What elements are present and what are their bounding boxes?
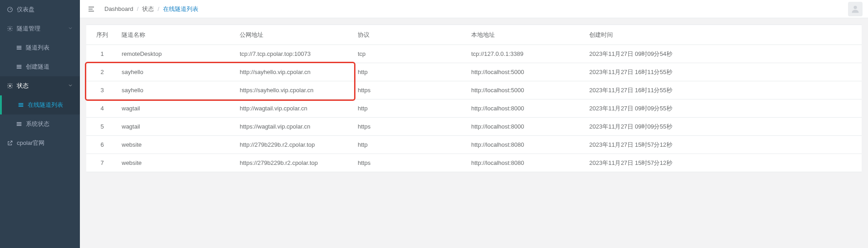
svg-rect-6 [17,66,22,67]
breadcrumb-sep: / [137,5,139,12]
svg-point-1 [9,28,11,30]
dashboard-icon [7,6,13,13]
svg-rect-13 [17,124,22,124]
topbar: Dashboard / 状态 / 在线隧道列表 [80,0,868,18]
th-pub: 公网地址 [236,25,354,45]
breadcrumb: Dashboard / 状态 / 在线隧道列表 [104,5,198,13]
cell-name: remoteDesktop [118,45,236,63]
cell-pub: https://sayhello.vip.cpolar.cn [236,81,354,99]
cell-seq: 6 [86,136,118,154]
th-local: 本地地址 [468,25,586,45]
table-row[interactable]: 4wagtailhttp://wagtail.vip.cpolar.cnhttp… [86,99,862,118]
avatar[interactable] [848,2,863,16]
chevron-down-icon [68,83,73,89]
table-row[interactable]: 6websitehttp://279b229b.r2.cpolar.tophtt… [86,136,862,154]
cell-local: tcp://127.0.0.1:3389 [468,45,586,63]
tunnel-table: 序列 隧道名称 公网地址 协议 本地地址 创建时间 1remoteDesktop… [86,25,862,172]
menu-toggle-icon[interactable] [87,5,95,13]
cell-seq: 7 [86,154,118,172]
cell-seq: 4 [86,99,118,118]
cell-local: http://localhost:8080 [468,154,586,172]
table-row[interactable]: 3sayhellohttps://sayhello.vip.cpolar.cnh… [86,81,862,99]
sidebar-item-label: 创建隧道 [26,63,73,71]
cell-local: http://localhost:5000 [468,63,586,81]
cell-seq: 5 [86,118,118,136]
cell-pub: http://279b229b.r2.cpolar.top [236,136,354,154]
cell-pub: https://279b229b.r2.cpolar.top [236,154,354,172]
svg-rect-12 [17,122,22,123]
svg-rect-4 [17,49,22,50]
svg-rect-11 [19,106,24,107]
th-time: 创建时间 [586,25,862,45]
cell-name: sayhello [118,63,236,81]
cell-name: website [118,136,236,154]
svg-point-18 [853,6,857,9]
sidebar-item[interactable]: cpolar官网 [0,134,80,153]
cell-proto: https [354,154,468,172]
grid-icon [16,45,22,51]
sidebar-item-label: 仪表盘 [17,5,73,14]
grid-icon [16,64,22,70]
cell-proto: tcp [354,45,468,63]
sidebar-item[interactable]: 隧道管理 [0,19,80,38]
sidebar-item[interactable]: 系统状态 [0,114,80,134]
cell-pub: tcp://7.tcp.cpolar.top:10073 [236,45,354,63]
sidebar-item-label: 状态 [17,82,68,90]
cell-local: http://localhost:8080 [468,136,586,154]
cell-name: sayhello [118,81,236,99]
breadcrumb-item[interactable]: Dashboard [104,5,133,12]
cell-time: 2023年11月27日 09时09分55秒 [586,118,862,136]
sidebar-item[interactable]: 仪表盘 [0,0,80,19]
cell-time: 2023年11月27日 15时57分12秒 [586,136,862,154]
sidebar-item-label: 隧道管理 [17,25,68,33]
table-row[interactable]: 7websitehttps://279b229b.r2.cpolar.topht… [86,154,862,172]
cell-local: http://localhost:5000 [468,81,586,99]
cell-pub: http://sayhello.vip.cpolar.cn [236,63,354,81]
cell-seq: 1 [86,45,118,63]
table-header-row: 序列 隧道名称 公网地址 协议 本地地址 创建时间 [86,25,862,45]
svg-rect-5 [17,65,22,66]
table-row[interactable]: 5wagtailhttps://wagtail.vip.cpolar.cnhtt… [86,118,862,136]
svg-rect-14 [17,125,22,126]
th-seq: 序列 [86,25,118,45]
breadcrumb-current: 在线隧道列表 [163,5,198,13]
cell-proto: http [354,63,468,81]
cell-local: http://localhost:8000 [468,118,586,136]
sidebar-item[interactable]: 隧道列表 [0,38,80,57]
content: 序列 隧道名称 公网地址 协议 本地地址 创建时间 1remoteDesktop… [80,18,868,248]
sidebar-item-label: 系统状态 [26,120,73,128]
sidebar-item-active[interactable]: 在线隧道列表 [0,95,80,114]
svg-rect-7 [17,68,22,69]
cell-pub: http://wagtail.vip.cpolar.cn [236,99,354,118]
cell-seq: 3 [86,81,118,99]
table-row[interactable]: 2sayhellohttp://sayhello.vip.cpolar.cnht… [86,63,862,81]
cell-name: wagtail [118,99,236,118]
th-name: 隧道名称 [118,25,236,45]
sidebar: 仪表盘隧道管理隧道列表创建隧道状态在线隧道列表系统状态cpolar官网 [0,0,80,248]
tunnel-table-panel: 序列 隧道名称 公网地址 协议 本地地址 创建时间 1remoteDesktop… [86,25,862,172]
gear-icon [7,25,13,32]
cell-seq: 2 [86,63,118,81]
sidebar-item-label: 隧道列表 [26,44,73,52]
cell-time: 2023年11月27日 09时09分55秒 [586,99,862,118]
cell-time: 2023年11月27日 16时11分55秒 [586,81,862,99]
cell-time: 2023年11月27日 15时57分12秒 [586,154,862,172]
svg-rect-9 [19,103,24,104]
table-row[interactable]: 1remoteDesktoptcp://7.tcp.cpolar.top:100… [86,45,862,63]
sidebar-item[interactable]: 状态 [0,76,80,95]
th-proto: 协议 [354,25,468,45]
sidebar-item[interactable]: 创建隧道 [0,57,80,76]
breadcrumb-item[interactable]: 状态 [142,5,154,13]
cell-proto: http [354,99,468,118]
breadcrumb-sep: / [158,5,159,12]
svg-rect-2 [17,46,22,47]
sidebar-item-label: 在线隧道列表 [28,101,73,109]
grid-icon [18,102,24,108]
svg-rect-10 [19,104,24,105]
cell-name: wagtail [118,118,236,136]
gear-icon [7,83,13,89]
chevron-down-icon [68,25,73,32]
cell-proto: https [354,118,468,136]
svg-point-8 [9,85,11,87]
cell-pub: https://wagtail.vip.cpolar.cn [236,118,354,136]
